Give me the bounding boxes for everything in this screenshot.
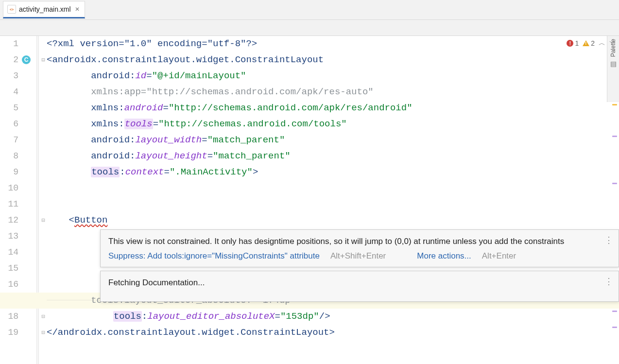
stripe-weak-warning[interactable] xyxy=(612,136,617,137)
code-line-19: </androidx.constraintlayout.widget.Const… xyxy=(47,325,602,341)
line-number[interactable]: 10 xyxy=(0,180,18,196)
code-line-6: xmlns:tools="http://schemas.android.com/… xyxy=(47,116,602,132)
file-tab-activity-main[interactable]: <> activity_main.xml ✕ xyxy=(3,1,85,18)
code-line-2: <androidx.constraintlayout.widget.Constr… xyxy=(47,52,602,68)
fold-toggle[interactable]: ⊟ xyxy=(41,309,46,325)
line-number[interactable]: 16 xyxy=(0,277,18,293)
close-tab-icon[interactable]: ✕ xyxy=(75,6,80,13)
suppress-link[interactable]: Suppress: Add tools:ignore="MissingConst… xyxy=(108,251,320,261)
inspection-popup: ⋮ This view is not constrained. It only … xyxy=(100,229,619,267)
tab-strip: <> activity_main.xml ✕ xyxy=(0,0,619,20)
line-number[interactable]: 18 xyxy=(0,309,18,325)
line-number[interactable]: 2 xyxy=(0,52,18,68)
line-number[interactable]: 14 xyxy=(0,244,18,260)
code-line-18: tools:layout_editor_absoluteX="153dp"/> xyxy=(47,309,602,325)
stripe-warning[interactable] xyxy=(612,104,617,105)
editor-area: Palette ▤ ! 1 2 ︿ ﹀ 12345678910111213141… xyxy=(0,35,619,364)
tab-filename: activity_main.xml xyxy=(19,5,71,13)
code-line-8: android:layout_height="match_parent" xyxy=(47,148,602,164)
line-number[interactable]: 3 xyxy=(0,68,18,84)
fold-toggle[interactable]: ⊟ xyxy=(41,212,46,228)
doc-popup-more-icon[interactable]: ⋮ xyxy=(604,276,614,287)
gutter-border xyxy=(36,36,39,364)
code-line-3: android:id="@+id/mainLayout" xyxy=(47,68,602,84)
line-number[interactable]: 7 xyxy=(0,132,18,148)
line-number[interactable]: 11 xyxy=(0,196,18,212)
line-number[interactable]: 6 xyxy=(0,116,18,132)
related-class-gutter-icon[interactable]: C xyxy=(20,54,32,66)
line-number[interactable]: 1 xyxy=(0,36,18,52)
class-icon: C xyxy=(22,55,31,64)
code-line-1: <?xml version="1.0" encoding="utf-8"?> xyxy=(47,38,257,49)
xml-file-icon: <> xyxy=(7,5,16,14)
code-line-5: xmlns:android="http://schemas.android.co… xyxy=(47,100,602,116)
fold-toggle[interactable]: ⊟ xyxy=(41,52,46,68)
line-number[interactable]: 13 xyxy=(0,228,18,244)
more-actions-link[interactable]: More actions... xyxy=(417,251,471,261)
line-number[interactable]: 4 xyxy=(0,84,18,100)
code-content[interactable]: <?xml version="1.0" encoding="utf-8"?> <… xyxy=(47,36,602,364)
more-actions-hotkey: Alt+Enter xyxy=(482,251,516,261)
stripe-weak-warning[interactable] xyxy=(612,311,617,312)
code-line-4: xmlns:app="http://schemas.android.com/ap… xyxy=(47,84,602,100)
line-number[interactable]: 9 xyxy=(0,164,18,180)
fold-toggle[interactable]: ⊟ xyxy=(41,325,46,341)
stripe-weak-warning[interactable] xyxy=(612,183,617,184)
line-number[interactable]: 5 xyxy=(0,100,18,116)
popup-more-icon[interactable]: ⋮ xyxy=(604,235,614,245)
error-stripe[interactable] xyxy=(609,36,619,364)
doc-status-text: Fetching Documentation... xyxy=(108,278,611,288)
line-number[interactable]: 15 xyxy=(0,260,18,277)
quick-doc-popup: ⋮ Fetching Documentation... xyxy=(100,271,619,302)
suppress-hotkey: Alt+Shift+Enter xyxy=(330,251,386,261)
inspection-message: This view is not constrained. It only ha… xyxy=(108,237,611,246)
code-line-7: android:layout_width="match_parent" xyxy=(47,132,602,148)
code-line-12: <Button xyxy=(47,212,602,228)
line-number[interactable]: 8 xyxy=(0,148,18,164)
line-number[interactable]: 12 xyxy=(0,212,18,228)
line-number[interactable]: 19 xyxy=(0,325,18,341)
stripe-weak-warning[interactable] xyxy=(612,327,617,328)
code-line-9: tools:context=".MainActivity"> xyxy=(47,164,602,180)
